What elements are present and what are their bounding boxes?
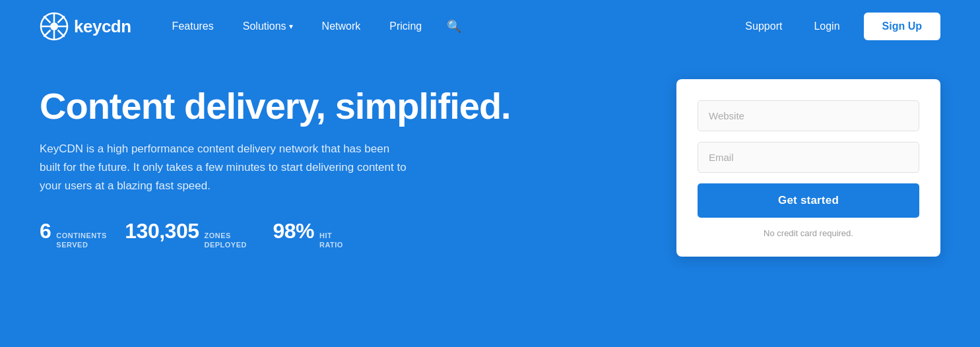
nav-link-solutions[interactable]: Solutions ▾ bbox=[228, 14, 308, 39]
email-input[interactable] bbox=[698, 142, 919, 173]
nav-link-support[interactable]: Support bbox=[731, 14, 797, 39]
svg-line-6 bbox=[44, 16, 50, 22]
nav-link-network[interactable]: Network bbox=[308, 14, 376, 39]
nav-link-login[interactable]: Login bbox=[799, 14, 854, 39]
hero-section: Content delivery, simplified. KeyCDN is … bbox=[0, 53, 980, 347]
keycdn-logo-icon bbox=[40, 12, 69, 41]
signup-button[interactable]: Sign Up bbox=[864, 13, 940, 40]
hero-left: Content delivery, simplified. KeyCDN is … bbox=[40, 79, 637, 249]
logo-link[interactable]: keycdn bbox=[40, 12, 131, 41]
stat-zones-label: ZONESDEPLOYED bbox=[204, 231, 244, 250]
svg-line-9 bbox=[44, 30, 50, 37]
get-started-button[interactable]: Get started bbox=[698, 183, 919, 218]
navbar: keycdn Features Solutions ▾ Network Pric… bbox=[0, 0, 980, 53]
stat-hit-ratio-label: HITRATIO bbox=[319, 231, 343, 250]
stat-hit-ratio: 98% HITRATIO bbox=[273, 219, 343, 250]
hero-description: KeyCDN is a high performance content del… bbox=[40, 140, 409, 195]
website-input[interactable] bbox=[698, 100, 919, 131]
stats-row: 6 CONTINENTSSERVED 130,305 ZONESDEPLOYED… bbox=[40, 219, 637, 250]
stat-continents-number: 6 bbox=[40, 219, 51, 243]
signup-card: Get started No credit card required. bbox=[676, 79, 940, 257]
stat-zones: 130,305 ZONESDEPLOYED bbox=[125, 219, 244, 250]
svg-line-8 bbox=[58, 16, 65, 22]
hero-title: Content delivery, simplified. bbox=[40, 86, 637, 127]
nav-link-pricing[interactable]: Pricing bbox=[375, 14, 436, 39]
stat-continents-label: CONTINENTSSERVED bbox=[56, 231, 96, 250]
chevron-down-icon: ▾ bbox=[289, 22, 293, 31]
stat-continents: 6 CONTINENTSSERVED bbox=[40, 219, 96, 250]
nav-right: Support Login Sign Up bbox=[731, 13, 940, 40]
svg-line-7 bbox=[58, 30, 65, 37]
page-wrapper: keycdn Features Solutions ▾ Network Pric… bbox=[0, 0, 980, 347]
search-icon[interactable]: 🔍 bbox=[436, 13, 472, 40]
stat-zones-number: 130,305 bbox=[125, 219, 199, 243]
svg-point-1 bbox=[50, 22, 58, 30]
no-credit-card-text: No credit card required. bbox=[698, 228, 919, 238]
stat-hit-ratio-number: 98% bbox=[273, 219, 314, 243]
nav-links: Features Solutions ▾ Network Pricing 🔍 bbox=[158, 13, 731, 40]
nav-link-features[interactable]: Features bbox=[158, 14, 228, 39]
logo-text: keycdn bbox=[74, 16, 131, 37]
